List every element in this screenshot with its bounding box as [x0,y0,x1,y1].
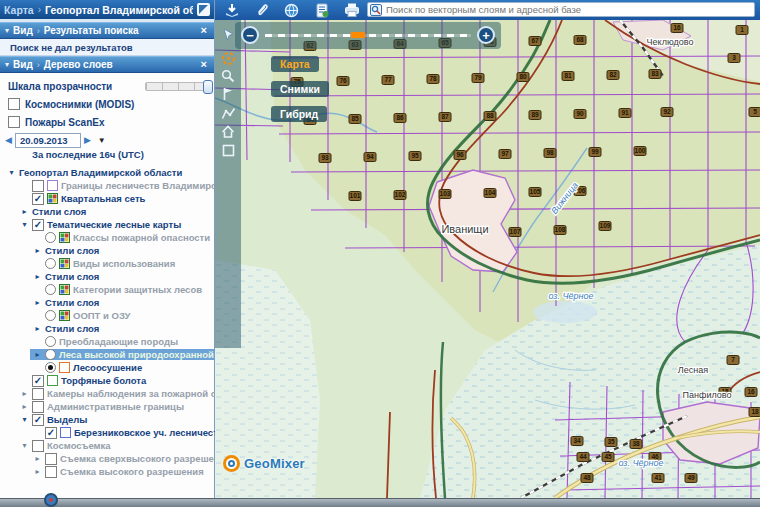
geomixer-logo[interactable]: GeoMixer [223,455,305,472]
collapse-icon[interactable]: ▸ [33,299,42,307]
layer-tree-item[interactable]: ✓Березниковское уч. лесничество [0,426,214,439]
panel-expand-icon[interactable]: ▾ [5,27,9,35]
view-menu[interactable]: Вид [13,25,33,36]
taskbar-app-icon[interactable] [44,493,58,507]
layer-radio[interactable] [45,284,56,295]
layer-radio[interactable] [45,232,56,243]
layer-tree-item[interactable]: Категории защитных лесов [0,283,214,296]
report-icon[interactable] [313,3,330,18]
layer-label: Березниковское уч. лесничество [74,427,229,438]
collapse-icon[interactable]: ▸ [33,247,42,255]
layer-styles-item[interactable]: ▸Стили слоя [0,322,214,335]
zoom-out-button[interactable]: − [241,26,259,44]
layer-checkbox[interactable] [45,466,57,478]
layer-tree-item[interactable]: Преобладающие породы [0,335,214,348]
close-icon[interactable]: × [199,25,209,36]
panel-expand-icon[interactable]: ▾ [5,61,9,69]
basemap-button[interactable]: Гибрид [271,106,327,122]
opacity-slider[interactable] [145,82,211,91]
basemap-button[interactable]: Снимки [271,81,329,97]
expand-icon[interactable]: ▾ [20,416,29,424]
layer-checkbox[interactable] [45,453,57,465]
layer-radio[interactable] [45,258,56,269]
expand-icon[interactable]: ▾ [7,169,16,177]
attach-icon[interactable] [253,3,270,18]
layer-checkbox[interactable]: ✓ [32,414,44,426]
layer-radio[interactable] [45,349,56,360]
layer-tree-item[interactable]: ООПТ и ОЗУ [0,309,214,322]
layer-radio[interactable] [45,310,56,321]
layer-radio[interactable] [45,336,56,347]
date-next-icon[interactable]: ▶ [84,136,91,145]
zoom-search-icon[interactable] [218,68,238,84]
collapse-icon[interactable]: ▸ [20,208,29,216]
collapse-icon[interactable]: ▸ [33,273,42,281]
layer-tree-item[interactable]: Виды использования [0,257,214,270]
collapse-icon[interactable]: ▸ [33,468,42,476]
fires-checkbox[interactable] [8,116,20,128]
flag-icon[interactable] [218,86,238,102]
collapse-icon[interactable]: ▸ [20,403,29,411]
zoom-slider-track[interactable] [265,34,471,37]
layer-checkbox[interactable] [32,440,44,452]
layer-styles-item[interactable]: ▸Стили слоя [0,296,214,309]
home-icon[interactable] [218,123,238,139]
extent-icon[interactable] [218,142,238,158]
collapse-icon[interactable]: ▸ [33,351,42,359]
search-input[interactable] [386,4,754,15]
layer-checkbox[interactable]: ✓ [32,193,44,205]
layer-tree-item[interactable]: ▸Съемка высокого разрешения [0,465,214,478]
zoom-in-button[interactable]: + [477,26,495,44]
layer-tree-item[interactable]: ▸Съемка сверхвысокого разрешения [0,452,214,465]
map-canvas[interactable]: 6263646566676875767778798081828384858687… [215,20,760,498]
layer-checkbox[interactable]: ✓ [32,219,44,231]
zoom-slider[interactable]: − + [235,22,501,49]
layer-tree-item[interactable]: Классы пожарной опасности [0,231,214,244]
date-dropdown-icon[interactable]: ▼ [98,136,106,145]
layer-checkbox[interactable] [32,180,44,192]
layer-checkbox[interactable] [32,401,44,413]
layer-tree-item[interactable]: ▸Леса высокой природоохранной ценности [0,348,214,361]
layer-tree-item[interactable]: ✓Квартальная сеть [0,192,214,205]
layer-checkbox[interactable] [32,388,44,400]
layer-styles-item[interactable]: ▸Стили слоя [0,270,214,283]
layer-styles-item[interactable]: ▸Стили слоя [0,244,214,257]
quarter-number: 1 [740,26,744,33]
cursor-icon[interactable] [218,26,238,42]
layer-tree-item[interactable]: Границы лесничеств Владимирской области [0,179,214,192]
collapse-icon[interactable]: ▸ [33,325,42,333]
taskbar[interactable] [0,498,760,507]
collapse-icon[interactable]: ▸ [33,455,42,463]
globe-icon[interactable] [283,3,300,18]
layer-radio[interactable] [45,362,56,373]
layer-tree-item[interactable]: ▾Геопортал Владимирской области [0,166,214,179]
download-icon[interactable] [223,3,240,18]
layer-tree-item[interactable]: ▾Космосъемка [0,439,214,452]
layer-legend-icon [60,427,71,438]
date-prev-icon[interactable]: ◀ [5,136,12,145]
expand-icon[interactable]: ▾ [20,221,29,229]
layer-tree-item[interactable]: ▾✓Выделы [0,413,214,426]
layer-tree-item[interactable]: Лесоосушение [0,361,214,374]
collapse-icon[interactable]: ▸ [20,390,29,398]
view-menu[interactable]: Вид [13,59,33,70]
layer-styles-item[interactable]: ▸Стили слоя [0,205,214,218]
print-icon[interactable] [343,3,360,18]
collapse-panel-icon[interactable] [197,3,210,16]
expand-icon[interactable]: ▾ [20,442,29,450]
layer-checkbox[interactable]: ✓ [45,427,57,439]
layer-tree-item[interactable]: ▾✓Тематические лесные карты [0,218,214,231]
layer-tree-item[interactable]: ▸Камеры наблюдения за пожарной обстановк… [0,387,214,400]
opacity-slider-handle[interactable] [203,80,213,94]
zoom-slider-handle[interactable] [351,32,365,38]
measure-icon[interactable] [218,105,238,121]
basemap-active-button[interactable]: Карта [271,56,319,72]
layer-tree-item[interactable]: ▸Административные границы [0,400,214,413]
date-field[interactable]: 20.09.2013 [15,133,81,148]
map-menu[interactable]: Карта [4,4,34,16]
modis-checkbox[interactable] [8,98,20,110]
pan-icon[interactable] [218,50,238,66]
layer-checkbox[interactable]: ✓ [32,375,44,387]
close-icon[interactable]: × [199,59,209,70]
layer-tree-item[interactable]: ✓Торфяные болота [0,374,214,387]
